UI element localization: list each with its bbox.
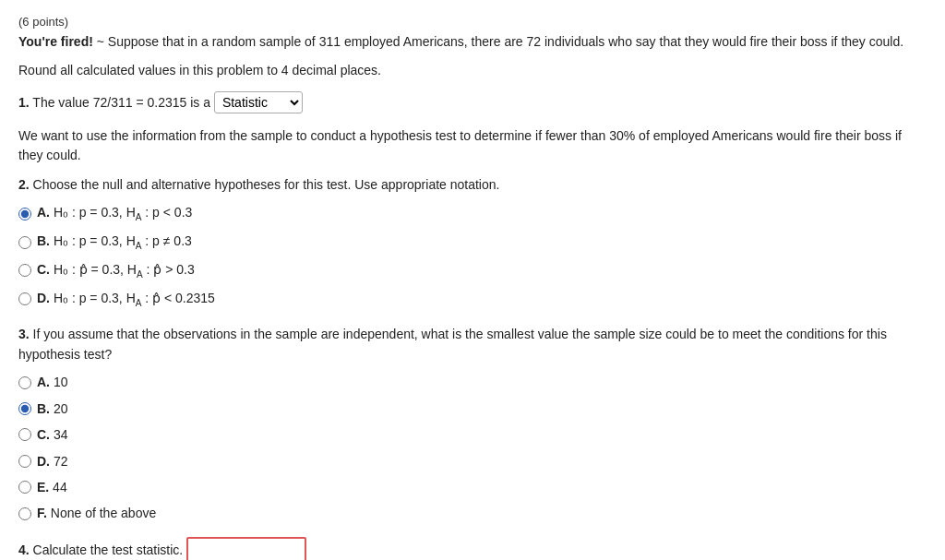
q4-label: Calculate the test statistic. — [33, 542, 187, 557]
q3-option-f[interactable]: F. None of the above — [18, 503, 927, 523]
q2-label-d: D. H₀ : p = 0.3, HA : p̂ < 0.2315 — [37, 288, 215, 311]
q2-option-a[interactable]: A. H₀ : p = 0.3, HA : p < 0.3 — [18, 202, 927, 225]
q3-options: A. 10 B. 20 C. 34 D. 72 E. 44 F. None of… — [18, 372, 927, 523]
round-note: Round all calculated values in this prob… — [18, 61, 927, 80]
q2-label-b: B. H₀ : p = 0.3, HA : p ≠ 0.3 — [37, 231, 192, 254]
q2-option-c[interactable]: C. H₀ : p̂ = 0.3, HA : p̂ > 0.3 — [18, 259, 927, 282]
q1-statistic-dropdown[interactable]: Statistic Parameter — [214, 91, 303, 113]
q3-label: If you assume that the observations in t… — [18, 327, 887, 362]
q2-options: A. H₀ : p = 0.3, HA : p < 0.3 B. H₀ : p … — [18, 202, 927, 310]
q2-radio-b[interactable] — [18, 236, 31, 249]
q3-number: 3. — [18, 327, 30, 341]
question-1: 1. The value 72/311 = 0.2315 is a Statis… — [18, 91, 927, 113]
question-2: 2. Choose the null and alternative hypot… — [18, 174, 927, 311]
q3-label-e: E. 44 — [37, 477, 67, 497]
q3-radio-e[interactable] — [18, 481, 31, 494]
q2-label-a: A. H₀ : p = 0.3, HA : p < 0.3 — [37, 202, 192, 225]
q3-radio-c[interactable] — [18, 428, 31, 441]
q3-radio-f[interactable] — [18, 507, 31, 520]
q3-option-e[interactable]: E. 44 — [18, 477, 927, 497]
question-4: 4. Calculate the test statistic. — [18, 537, 927, 560]
q3-radio-b[interactable] — [18, 402, 31, 415]
q2-intro-text: We want to use the information from the … — [18, 126, 927, 165]
q3-option-a[interactable]: A. 10 — [18, 372, 927, 392]
intro-tilde: ~ — [93, 34, 104, 49]
q2-radio-c[interactable] — [18, 264, 31, 277]
intro-text: You're fired! ~ Suppose that in a random… — [18, 32, 927, 52]
q3-label-a: A. 10 — [37, 372, 67, 392]
q2-option-b[interactable]: B. H₀ : p = 0.3, HA : p ≠ 0.3 — [18, 231, 927, 254]
q3-option-c[interactable]: C. 34 — [18, 424, 927, 445]
q4-input[interactable] — [186, 537, 306, 560]
q2-label-c: C. H₀ : p̂ = 0.3, HA : p̂ > 0.3 — [37, 259, 195, 282]
q1-number: 1. — [18, 95, 30, 110]
q3-label-c: C. 34 — [37, 424, 67, 445]
q3-option-b[interactable]: B. 20 — [18, 399, 927, 419]
q3-label-f: F. None of the above — [37, 503, 156, 523]
points-label: (6 points) — [18, 15, 927, 29]
q3-option-d[interactable]: D. 72 — [18, 451, 927, 471]
q3-radio-d[interactable] — [18, 455, 31, 468]
intro-bold: You're fired! — [18, 34, 93, 49]
q2-radio-a[interactable] — [18, 208, 31, 220]
q4-number: 4. — [18, 542, 30, 557]
q3-label-b: B. 20 — [37, 399, 67, 419]
q1-label: The value 72/311 = 0.2315 is a — [32, 95, 214, 110]
q2-number: 2. — [18, 177, 30, 192]
q3-radio-a[interactable] — [18, 376, 31, 389]
question-3: 3. If you assume that the observations i… — [18, 324, 927, 524]
q3-label-d: D. 72 — [37, 451, 67, 471]
q2-option-d[interactable]: D. H₀ : p = 0.3, HA : p̂ < 0.2315 — [18, 288, 927, 311]
intro-body: Suppose that in a random sample of 311 e… — [104, 34, 903, 49]
q2-radio-d[interactable] — [18, 292, 31, 305]
q2-label: Choose the null and alternative hypothes… — [33, 177, 500, 192]
